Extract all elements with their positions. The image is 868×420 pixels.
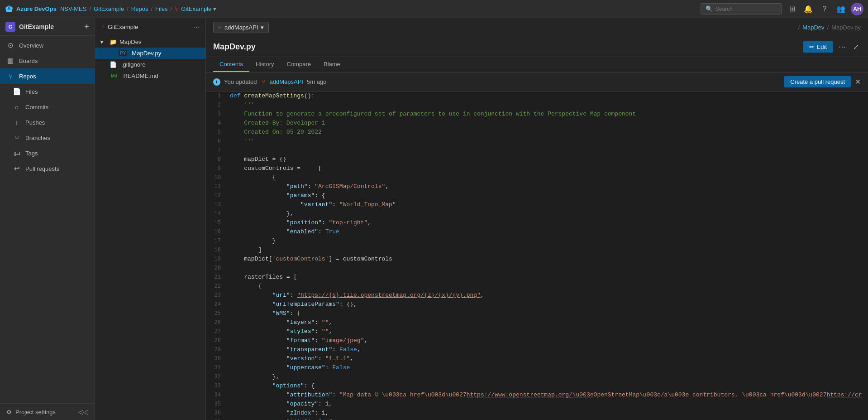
line-number: 26: [206, 318, 226, 327]
sidebar-item-overview[interactable]: ⊙ Overview: [0, 38, 95, 53]
avatar[interactable]: AH: [851, 3, 863, 15]
line-number: 8: [206, 155, 226, 164]
edit-button[interactable]: ✏ Edit: [803, 41, 833, 53]
edit-label: Edit: [817, 43, 827, 50]
line-content: "layers": "",: [226, 318, 868, 327]
file-name-gitignore: .gitignore: [121, 61, 145, 68]
people-icon[interactable]: 👥: [835, 3, 847, 15]
search-box[interactable]: 🔍: [701, 3, 782, 14]
file-mapdev-py[interactable]: PY MapDev.py: [95, 48, 205, 59]
line-number: 4: [206, 119, 226, 128]
sidebar-item-boards[interactable]: ▦ Boards: [0, 53, 95, 68]
file-tree: ⑂ GitExample ⋯ ▾ 📁 MapDev PY MapDev.py 📄…: [95, 18, 206, 420]
line-content: mapDict['customControls'] = customContro…: [226, 255, 868, 264]
breadcrumb-nsv-mes[interactable]: NSV-MES: [60, 5, 87, 12]
tab-blame[interactable]: Blame: [317, 57, 347, 72]
project-settings-button[interactable]: ⚙ Project settings: [6, 409, 56, 415]
boards-icon: ▦: [6, 57, 14, 65]
branch-selector[interactable]: ⑂ addMapsAPI ▾: [213, 22, 269, 33]
breadcrumb-mapdev[interactable]: MapDev: [802, 24, 824, 31]
sidebar-item-pull-requests[interactable]: ↩ Pull requests: [0, 161, 95, 176]
sidebar-label-pull-requests: Pull requests: [25, 165, 59, 172]
create-pull-request-button[interactable]: Create a pull request: [784, 76, 851, 87]
add-project-button[interactable]: +: [84, 22, 89, 32]
file-icon-gitignore: 📄: [110, 61, 117, 68]
collapse-sidebar-button[interactable]: ◁◁: [78, 408, 88, 415]
code-line: 28 "format": "image/jpeg",: [206, 336, 868, 345]
line-content: "styles": "",: [226, 327, 868, 336]
breadcrumb-gitexample[interactable]: GitExample: [94, 5, 124, 12]
code-line: 5 Created On: 05-29-2022: [206, 128, 868, 137]
code-line: 19 mapDict['customControls'] = customCon…: [206, 255, 868, 264]
branch-chevron-icon[interactable]: ▾: [213, 5, 216, 12]
line-content: [226, 146, 868, 155]
breadcrumb-files[interactable]: Files: [155, 5, 167, 12]
line-number: 5: [206, 128, 226, 137]
code-line: 6 ''': [206, 137, 868, 146]
expand-button[interactable]: ⤢: [851, 41, 861, 53]
code-viewer[interactable]: 1def createMapSettings():2 '''3 Function…: [206, 92, 868, 420]
grid-icon[interactable]: ⊞: [786, 3, 798, 15]
line-content: ]: [226, 246, 868, 255]
close-notification-button[interactable]: ✕: [855, 77, 861, 86]
line-number: 12: [206, 191, 226, 200]
notif-branch-icon: ⑂: [262, 78, 265, 85]
breadcrumb-gitexample-branch[interactable]: GitExample: [181, 5, 211, 12]
line-content: }: [226, 237, 868, 246]
breadcrumb-repos[interactable]: Repos: [131, 5, 148, 12]
sidebar-item-pushes[interactable]: ↑ Pushes: [0, 115, 95, 130]
line-number: 21: [206, 273, 226, 282]
app-name: Azure DevOps: [16, 5, 57, 12]
line-content: "transparent": False,: [226, 345, 868, 354]
more-options-button[interactable]: ⋯: [837, 41, 848, 53]
code-line: 13 "variant": "World_Topo_Map": [206, 200, 868, 209]
line-content: Created On: 05-29-2022: [226, 128, 868, 137]
pull-requests-icon: ↩: [13, 164, 21, 173]
line-content: "urlTemplateParams": {},: [226, 300, 868, 309]
tab-contents[interactable]: Contents: [213, 57, 249, 72]
tab-history[interactable]: History: [249, 57, 280, 72]
main-layout: G GitExample + ⊙ Overview ▦ Boards ⑂ Rep…: [0, 18, 868, 420]
git-icon: ⑂: [175, 5, 179, 13]
bell-icon[interactable]: 🔔: [802, 3, 815, 15]
file-tree-header: ⑂ GitExample ⋯: [95, 18, 205, 36]
sidebar-item-tags[interactable]: 🏷 Tags: [0, 145, 95, 161]
code-line: 37 "tileSize": {: [206, 418, 868, 420]
file-tree-more-button[interactable]: ⋯: [193, 23, 200, 31]
line-number: 7: [206, 146, 226, 155]
sidebar-item-files[interactable]: 📄 Files: [0, 84, 95, 99]
pushes-icon: ↑: [13, 118, 21, 126]
notif-branch-link[interactable]: addMapsAPI: [270, 78, 303, 85]
project-name: GitExample: [19, 23, 54, 30]
overview-icon: ⊙: [6, 41, 14, 49]
sidebar-item-commits[interactable]: ○ Commits: [0, 99, 95, 115]
search-icon: 🔍: [706, 5, 713, 12]
line-content: "url": "https://{s}.tile.openstreetmap.o…: [226, 291, 868, 300]
sidebar-item-repos[interactable]: ⑂ Repos: [0, 68, 95, 84]
line-content: ''': [226, 137, 868, 146]
tab-compare[interactable]: Compare: [281, 57, 317, 72]
line-content: ''': [226, 101, 868, 110]
line-number: 31: [206, 363, 226, 372]
line-number: 15: [206, 218, 226, 227]
file-gitignore[interactable]: 📄 .gitignore: [95, 59, 205, 70]
code-line: 36 "zIndex": 1,: [206, 409, 868, 418]
line-number: 2: [206, 101, 226, 110]
code-line: 31 "uppercase": False: [206, 363, 868, 372]
branch-selector-label: addMapsAPI: [224, 24, 258, 31]
code-line: 16 "enabled": True: [206, 227, 868, 237]
sidebar-item-branches[interactable]: ⑂ Branches: [0, 130, 95, 145]
help-icon[interactable]: ?: [818, 3, 831, 15]
line-number: 27: [206, 327, 226, 336]
line-number: 32: [206, 372, 226, 381]
file-readme[interactable]: Md README.md: [95, 70, 205, 82]
search-input[interactable]: [715, 6, 777, 12]
app-logo[interactable]: Azure DevOps: [5, 5, 57, 14]
code-line: 14 },: [206, 209, 868, 218]
line-number: 34: [206, 391, 226, 400]
main-content: ⑂ addMapsAPI ▾ / MapDev / MapDev.py MapD…: [206, 18, 868, 420]
info-icon: i: [213, 78, 220, 86]
sidebar-label-overview: Overview: [19, 42, 43, 49]
folder-mapdev[interactable]: ▾ 📁 MapDev: [95, 36, 205, 48]
sidebar-project[interactable]: G GitExample: [5, 22, 54, 32]
